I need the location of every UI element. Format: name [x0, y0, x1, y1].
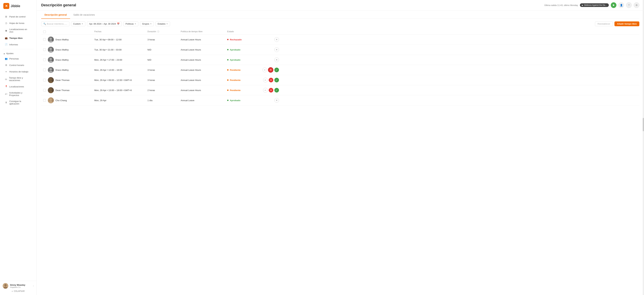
- reject-button[interactable]: ✕: [268, 67, 273, 72]
- avatar: [48, 77, 54, 83]
- chevron-up-icon: ▲: [3, 52, 5, 54]
- user-company: Hogwarts Co: [10, 286, 32, 288]
- actions-col: ✏ ✕ ✓: [260, 78, 280, 82]
- reject-button[interactable]: ✕: [269, 78, 273, 82]
- sidebar-item-personas[interactable]: 👥 Personas: [1, 56, 35, 62]
- sidebar-item-localizaciones[interactable]: ◉ Localizaciones en vivo: [1, 26, 35, 35]
- states-filter-button[interactable]: Estados ▼: [156, 22, 170, 26]
- sliders-icon: ≡: [5, 70, 8, 73]
- gear-icon: ⚙: [636, 4, 638, 6]
- row-checkbox[interactable]: [43, 58, 46, 61]
- activity-badge[interactable]: ▶ Defence Against the Da...: [580, 3, 609, 7]
- date-col: Mon, 29 Apr • 13:00 – 16:00: [94, 69, 148, 71]
- row-checkbox[interactable]: [43, 48, 46, 51]
- row-checkbox[interactable]: [43, 89, 46, 92]
- header-dates-col: Fechas: [94, 30, 148, 33]
- row-checkbox[interactable]: [43, 68, 46, 71]
- date-col: Mon, 29 Apr: [94, 99, 148, 102]
- avatar: [48, 57, 54, 63]
- sidebar-item-hojas[interactable]: ◷ Hojas de horas: [1, 20, 35, 26]
- sidebar-item-horarios[interactable]: ≡ Horarios de trabajo: [1, 68, 35, 75]
- sidebar-item-control[interactable]: ⚙ Control horario: [1, 62, 35, 68]
- member-name-col: Draco Malfoy: [48, 47, 94, 53]
- last-activity-text: Última salida 11:43, último Monday: [544, 4, 578, 6]
- page-title: Descripción general: [41, 3, 76, 7]
- sidebar-item-actividades[interactable]: 🏷 Actividades y Proyectos: [1, 90, 35, 98]
- status-dot-icon: [227, 69, 228, 70]
- help-button[interactable]: ?: [626, 2, 632, 8]
- table-row: Dean Thomas Mon, 29 Apr • 09:00 – 12:00 …: [41, 75, 639, 85]
- select-all-checkbox[interactable]: [43, 30, 46, 33]
- row-checkbox[interactable]: [43, 38, 46, 41]
- calendar-icon: 📅: [117, 22, 120, 25]
- table-row: Draco Malfoy Tue, 30 Apr • 09:00 – 12:00…: [41, 34, 639, 45]
- reject-button[interactable]: ✕: [269, 88, 273, 92]
- sidebar-item-app[interactable]: ⬇ Consigue la aplicación: [1, 98, 35, 107]
- chevron-left-icon: «: [12, 290, 13, 292]
- actions-col: ✕: [260, 58, 280, 62]
- duration-col: N/D: [148, 48, 181, 51]
- approve-button[interactable]: ✓: [274, 88, 279, 92]
- start-timer-button[interactable]: [611, 2, 616, 8]
- header-checkbox-col: [41, 30, 48, 33]
- svg-point-7: [49, 50, 53, 53]
- user-circle-icon: 👤: [620, 4, 623, 6]
- add-time-off-button[interactable]: Añadir tiempo libre: [614, 22, 639, 26]
- scrollbar-thumb[interactable]: [643, 118, 644, 131]
- policies-filter-button[interactable]: Políticas ▼: [124, 22, 138, 26]
- date-range-button[interactable]: Apr. 08 2024 – Apr. 30 2024 📅: [87, 22, 122, 26]
- cancel-button[interactable]: ✕: [274, 98, 279, 103]
- cancel-button[interactable]: ✕: [274, 47, 279, 52]
- svg-point-5: [49, 40, 53, 42]
- sidebar-item-tiempo-vacaciones[interactable]: 🗂 Tiempo libre y vacaciones: [1, 75, 35, 83]
- cancel-button[interactable]: ✕: [274, 58, 279, 62]
- edit-button[interactable]: ✏: [263, 78, 268, 82]
- custom-filter-button[interactable]: Custom ▼: [71, 22, 85, 26]
- tab-balance[interactable]: Saldo de vacaciones: [70, 11, 98, 19]
- approve-button[interactable]: ✓: [274, 78, 279, 82]
- row-checkbox[interactable]: [43, 79, 46, 82]
- settings-section[interactable]: ▲ Ajustes: [0, 50, 36, 55]
- member-name: Draco Malfoy: [56, 48, 69, 51]
- logo[interactable]: ✕ Jibble: [0, 0, 36, 12]
- collapse-button[interactable]: « COLAPSAR: [3, 289, 34, 293]
- edit-button[interactable]: ✏: [262, 68, 267, 72]
- status-text: Aprobado: [230, 59, 240, 61]
- sidebar-item-informes[interactable]: 📄 Informes: [1, 41, 35, 48]
- sidebar-footer: Ginny Weasley Hogwarts Co › « COLAPSAR: [0, 281, 36, 295]
- edit-button[interactable]: ✏: [263, 88, 268, 92]
- user-menu-button[interactable]: 👤: [618, 2, 624, 8]
- row-checkbox-col: [41, 89, 48, 92]
- duration-info-icon[interactable]: ⓘ: [157, 30, 159, 33]
- tab-overview[interactable]: Descripción general: [41, 11, 70, 19]
- custom-chevron-icon: ▼: [82, 23, 83, 25]
- reset-button[interactable]: Reestablecer: [595, 22, 613, 26]
- user-avatar: [3, 283, 8, 289]
- search-area[interactable]: 🔍 Buscar miembros......: [41, 22, 70, 26]
- user-profile[interactable]: Ginny Weasley Hogwarts Co ›: [3, 283, 34, 289]
- download-icon: ⬇: [5, 101, 8, 104]
- sidebar-divider-1: [3, 49, 34, 49]
- member-name: Draco Malfoy: [56, 69, 69, 71]
- sidebar-item-localizaciones2[interactable]: 📍 Localizaciones: [1, 84, 35, 90]
- approve-button[interactable]: ✓: [274, 68, 279, 72]
- status-col: Pendiente: [227, 69, 260, 71]
- content-area: Descripción general Saldo de vacaciones …: [36, 10, 644, 295]
- sidebar-item-panel[interactable]: ⊞ Panel de control: [1, 14, 35, 20]
- cancel-button[interactable]: ✕: [274, 37, 279, 42]
- play-icon: [613, 4, 614, 6]
- groups-filter-button[interactable]: Grupos ▼: [140, 22, 154, 26]
- scrollbar-track: [643, 0, 644, 295]
- avatar: [48, 87, 54, 93]
- row-checkbox[interactable]: [43, 99, 46, 102]
- svg-point-10: [50, 68, 52, 70]
- clock-icon: ◷: [5, 22, 8, 24]
- header-status-col: Estado: [227, 30, 260, 33]
- sidebar-item-tiempo-libre[interactable]: 💼 Tiempo libre: [1, 35, 35, 41]
- member-name: Cho Chang: [56, 99, 67, 102]
- settings-button[interactable]: ⚙: [634, 2, 639, 8]
- topbar-right: Última salida 11:43, último Monday ▶ Def…: [544, 2, 639, 8]
- filters-bar: 🔍 Buscar miembros...... Custom ▼ Apr. 08…: [41, 22, 639, 26]
- activity-name: Defence Against the Da...: [584, 4, 607, 6]
- custom-label: Custom: [73, 22, 81, 25]
